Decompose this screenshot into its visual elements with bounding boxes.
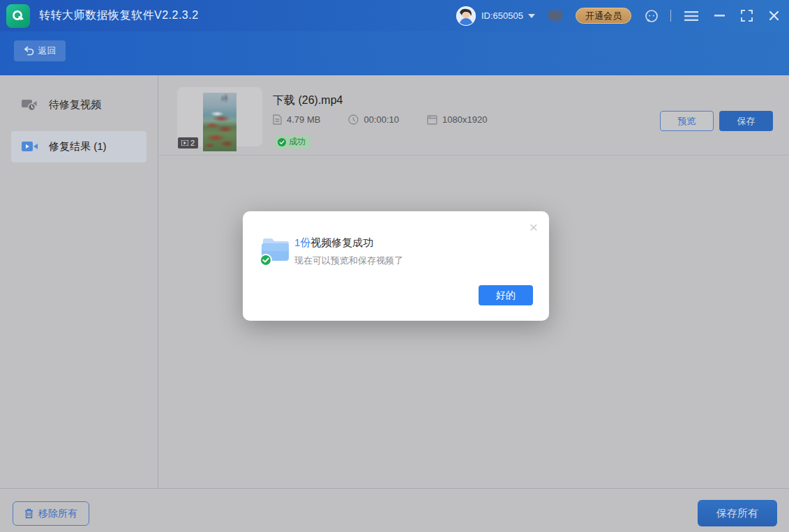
status-label: 成功 bbox=[289, 136, 306, 148]
video-play-icon bbox=[22, 141, 39, 153]
sidebar-item-pending-videos[interactable]: 待修复视频 bbox=[11, 89, 146, 121]
dialog-ok-button[interactable]: 好的 bbox=[479, 285, 533, 305]
screen-recover-icon[interactable] bbox=[548, 10, 563, 22]
video-thumbnail[interactable]: 2 bbox=[177, 87, 262, 146]
menu-icon[interactable] bbox=[682, 8, 701, 24]
sub-header: 返回 bbox=[0, 31, 789, 75]
status-badge: 成功 bbox=[275, 135, 310, 149]
save-button[interactable]: 保存 bbox=[719, 111, 773, 131]
video-badge-icon bbox=[181, 140, 188, 146]
sidebar-item-label: 修复结果 (1) bbox=[49, 140, 107, 153]
sidebar-item-repair-results[interactable]: 修复结果 (1) bbox=[11, 131, 146, 162]
customer-service-icon[interactable] bbox=[644, 8, 659, 24]
file-size-value: 4.79 MB bbox=[287, 114, 320, 125]
resolution-icon bbox=[427, 115, 437, 125]
footer-bar: 移除所有 保存所有 bbox=[0, 488, 789, 532]
frame-count-badge: 2 bbox=[178, 137, 198, 149]
file-size: 4.79 MB bbox=[273, 114, 320, 125]
back-arrow-icon bbox=[24, 46, 34, 56]
remove-all-button[interactable]: 移除所有 bbox=[13, 501, 89, 526]
dialog-title-count: 1份 bbox=[294, 236, 310, 248]
sidebar-item-label: 待修复视频 bbox=[49, 98, 101, 112]
success-dialog: × 1份视频修复成功 现在可以预览和保存视频了 好的 bbox=[243, 211, 549, 321]
back-button-label: 返回 bbox=[38, 45, 57, 57]
dialog-close-icon[interactable]: × bbox=[529, 220, 538, 234]
chevron-down-icon[interactable] bbox=[528, 14, 535, 18]
video-meta: 4.79 MB 00:00:10 108 bbox=[273, 114, 487, 125]
video-resolution-value: 1080x1920 bbox=[442, 114, 487, 125]
titlebar-divider bbox=[670, 10, 671, 22]
video-duration: 00:00:10 bbox=[348, 114, 399, 125]
minimize-icon[interactable] bbox=[712, 12, 728, 20]
user-avatar[interactable] bbox=[456, 6, 476, 26]
app-window: 转转大师数据恢复软件V2.2.3.2 ID:650505 开通会 bbox=[0, 0, 789, 532]
sidebar: 待修复视频 修复结果 (1) bbox=[0, 75, 158, 488]
title-bar: 转转大师数据恢复软件V2.2.3.2 ID:650505 开通会 bbox=[0, 0, 789, 31]
save-all-button[interactable]: 保存所有 bbox=[698, 500, 777, 526]
app-logo-icon bbox=[6, 4, 30, 28]
dialog-subtitle: 现在可以预览和保存视频了 bbox=[294, 254, 403, 267]
clock-icon bbox=[348, 114, 359, 125]
preview-button[interactable]: 预览 bbox=[660, 111, 714, 131]
video-filename: 下载 (26).mp4 bbox=[273, 93, 343, 108]
video-duration-value: 00:00:10 bbox=[363, 114, 399, 125]
vip-button[interactable]: 开通会员 bbox=[576, 8, 631, 24]
folder-success-icon bbox=[258, 234, 292, 266]
video-result-row: 2 下载 (26).mp4 4.79 MB bbox=[159, 75, 789, 155]
success-check-icon bbox=[278, 138, 286, 146]
video-thumbnail-image bbox=[203, 93, 236, 151]
file-icon bbox=[273, 114, 282, 125]
user-id: ID:650505 bbox=[481, 10, 523, 21]
remove-all-label: 移除所有 bbox=[38, 508, 77, 520]
video-clock-icon bbox=[22, 98, 39, 112]
close-icon[interactable] bbox=[766, 8, 782, 24]
back-button[interactable]: 返回 bbox=[14, 40, 66, 61]
video-resolution: 1080x1920 bbox=[427, 114, 487, 125]
app-title: 转转大师数据恢复软件V2.2.3.2 bbox=[39, 8, 199, 23]
frame-count-value: 2 bbox=[190, 139, 195, 147]
trash-icon bbox=[24, 508, 33, 519]
dialog-title-text: 视频修复成功 bbox=[310, 236, 373, 248]
dialog-title: 1份视频修复成功 bbox=[294, 236, 373, 250]
maximize-icon[interactable] bbox=[738, 7, 756, 24]
